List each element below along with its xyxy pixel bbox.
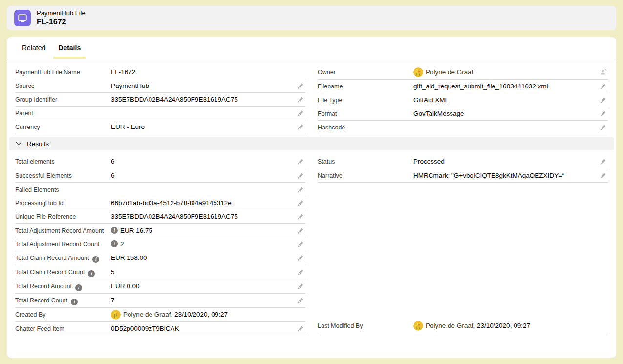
field-row-parent: Parent bbox=[15, 107, 305, 120]
field-label: Source bbox=[15, 81, 111, 90]
pencil-icon bbox=[298, 158, 304, 165]
info-icon[interactable] bbox=[92, 256, 99, 263]
field-value bbox=[413, 123, 608, 132]
field-label: Failed Elements bbox=[15, 185, 111, 193]
edit-button[interactable] bbox=[297, 296, 305, 304]
field-label: Filename bbox=[318, 82, 413, 90]
field-row-total-record-amount: Total Record Amount EUR 0.00 bbox=[15, 279, 305, 294]
field-label: Created By bbox=[15, 310, 111, 319]
pencil-icon bbox=[298, 96, 304, 103]
desktop-icon bbox=[17, 13, 28, 23]
field-value: gift_aid_request_submit_file_1603441632.… bbox=[413, 82, 608, 91]
field-value: 6 bbox=[111, 171, 305, 180]
edit-button[interactable] bbox=[599, 82, 608, 90]
field-row-total-claim-record-amount: Total Claim Record Amount EUR 158.00 bbox=[15, 251, 305, 265]
section-title: Results bbox=[27, 140, 49, 148]
edit-button[interactable] bbox=[297, 185, 305, 193]
edit-button[interactable] bbox=[599, 109, 608, 118]
field-label: Total Adjustment Record Count bbox=[15, 239, 111, 248]
pencil-icon bbox=[298, 186, 304, 193]
field-row-file-type: File Type GiftAid XML bbox=[318, 93, 608, 107]
field-value: 2 bbox=[111, 239, 305, 249]
info-icon[interactable] bbox=[71, 299, 78, 305]
pencil-icon bbox=[298, 227, 304, 234]
edit-button[interactable] bbox=[599, 171, 608, 180]
pencil-icon bbox=[298, 123, 304, 130]
field-row-chatter-feed-item: Chatter Feed Item 0D52p00009zT9BiCAK bbox=[15, 322, 305, 336]
edit-button[interactable] bbox=[297, 267, 305, 276]
field-value: 5 bbox=[111, 267, 305, 277]
field-row-group-identifier: Group Identifier 335E7BDDA02B4A24A850F9E… bbox=[15, 93, 305, 107]
edit-button[interactable] bbox=[297, 226, 305, 235]
field-row-hashcode: Hashcode bbox=[318, 121, 608, 134]
tab-related[interactable]: Related bbox=[16, 37, 52, 59]
field-label: File Type bbox=[318, 95, 413, 104]
field-value: 335E7BDDA02B4A24A850F9E31619AC75 bbox=[111, 212, 305, 221]
paymenthub-file-entity-icon bbox=[14, 10, 31, 26]
field-row-created-by: Created By Polyne de Graaf, 23/10/2020, … bbox=[15, 308, 305, 322]
field-label: Total Adjustment Record Amount bbox=[15, 226, 111, 235]
info-icon[interactable] bbox=[88, 270, 95, 277]
user-link[interactable]: Polyne de Graaf bbox=[123, 311, 171, 318]
field-row-filename: Filename gift_aid_request_submit_file_16… bbox=[318, 80, 608, 93]
user-link[interactable]: Polyne de Graaf bbox=[426, 322, 473, 329]
edit-button[interactable] bbox=[297, 81, 305, 90]
tab-details[interactable]: Details bbox=[52, 37, 87, 59]
edit-button[interactable] bbox=[297, 108, 305, 117]
field-value: Polyne de Graaf bbox=[413, 67, 608, 77]
field-value: EUR 158.00 bbox=[111, 253, 305, 262]
change-owner-button[interactable] bbox=[599, 67, 608, 76]
field-label: Currency bbox=[15, 122, 111, 131]
user-avatar bbox=[413, 321, 423, 331]
left-column: PaymentHub File Name FL-1672 Source Paym… bbox=[15, 65, 305, 134]
edit-button[interactable] bbox=[297, 281, 305, 290]
pencil-icon bbox=[298, 82, 304, 89]
edit-button[interactable] bbox=[297, 95, 305, 104]
record-header-text: PaymentHub File FL-1672 bbox=[37, 9, 86, 27]
pencil-icon bbox=[600, 96, 607, 103]
field-value: EUR 0.00 bbox=[111, 281, 305, 291]
field-row-successful-elements: Successful Elements 6 bbox=[15, 169, 305, 183]
pencil-icon bbox=[298, 268, 304, 275]
field-row-paymenthub-file-name: PaymentHub File Name FL-1672 bbox=[15, 65, 305, 79]
field-value: Polyne de Graaf, 23/10/2020, 09:27 bbox=[413, 321, 608, 331]
right-column: Owner Polyne de Graaf Filename gift_aid_… bbox=[318, 65, 608, 134]
edit-button[interactable] bbox=[297, 122, 305, 131]
field-row-status: Status Processed bbox=[318, 155, 608, 169]
edit-button[interactable] bbox=[297, 324, 305, 333]
field-label: Hashcode bbox=[318, 123, 413, 131]
field-label: ProcessingHub Id bbox=[15, 198, 111, 207]
field-row-total-claim-record-count: Total Claim Record Count 5 bbox=[15, 265, 305, 279]
pencil-icon bbox=[298, 297, 304, 303]
field-value: Polyne de Graaf, 23/10/2020, 09:27 bbox=[111, 310, 305, 320]
section-header-results[interactable]: Results bbox=[9, 137, 614, 150]
record-title: FL-1672 bbox=[37, 17, 86, 27]
created-datetime: , 23/10/2020, 09:27 bbox=[171, 311, 228, 318]
edit-button[interactable] bbox=[297, 171, 305, 180]
pencil-icon bbox=[298, 325, 304, 332]
edit-button[interactable] bbox=[599, 95, 608, 104]
edit-button[interactable] bbox=[297, 239, 305, 248]
edit-button[interactable] bbox=[297, 212, 305, 221]
field-label: Status bbox=[318, 157, 413, 166]
edit-button[interactable] bbox=[599, 157, 608, 166]
change-owner-icon bbox=[600, 68, 607, 76]
field-row-last-modified-by: Last Modified By Polyne de Graaf, 23/10/… bbox=[318, 319, 608, 333]
field-value: PaymentHub bbox=[111, 81, 305, 90]
info-icon[interactable] bbox=[75, 284, 82, 291]
edit-button[interactable] bbox=[297, 198, 305, 207]
field-value: EUR - Euro bbox=[111, 122, 305, 131]
edit-button[interactable] bbox=[297, 157, 305, 166]
field-label: Owner bbox=[318, 67, 413, 76]
owner-link[interactable]: Polyne de Graaf bbox=[426, 67, 473, 77]
info-icon[interactable] bbox=[111, 240, 118, 247]
field-row-failed-elements: Failed Elements bbox=[15, 183, 305, 196]
pencil-icon bbox=[600, 83, 607, 89]
pencil-icon bbox=[600, 110, 607, 117]
left-column: Total elements 6 Successful Elements 6 F… bbox=[15, 155, 305, 336]
info-icon[interactable] bbox=[111, 227, 118, 234]
field-label: Last Modified By bbox=[318, 321, 413, 330]
edit-button[interactable] bbox=[599, 123, 608, 131]
edit-button[interactable] bbox=[297, 253, 305, 262]
field-value: GiftAid XML bbox=[413, 95, 608, 105]
